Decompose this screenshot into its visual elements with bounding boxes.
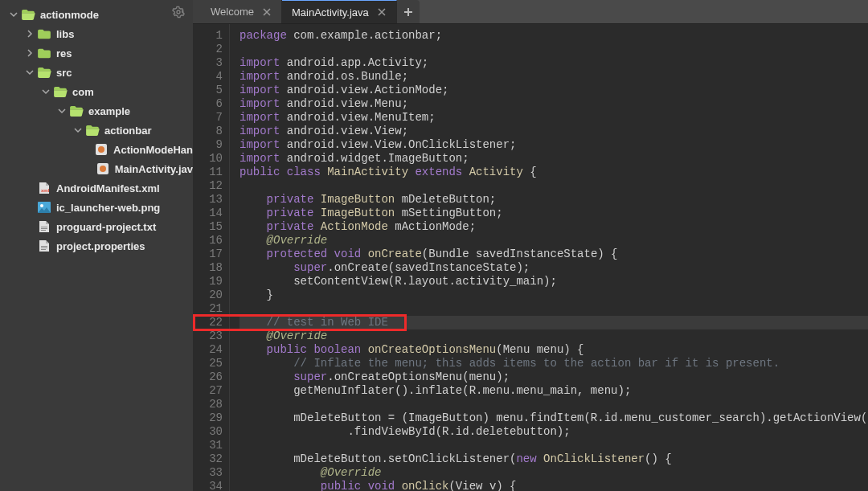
folder-open-icon bbox=[69, 104, 84, 118]
tab-bar: WelcomeMainActivity.java bbox=[193, 0, 868, 24]
tab-close-icon[interactable] bbox=[377, 7, 387, 17]
code-line: @Override bbox=[240, 234, 868, 248]
code-line bbox=[240, 302, 868, 316]
line-number: 8 bbox=[193, 125, 223, 138]
code-line: getMenuInflater().inflate(R.menu.menu_ma… bbox=[240, 384, 868, 398]
tree-item-com[interactable]: com bbox=[0, 82, 193, 101]
tab-mainactivity-java[interactable]: MainActivity.java bbox=[282, 0, 397, 23]
tree-item-label: MainActivity.jav bbox=[115, 163, 193, 175]
line-number: 18 bbox=[193, 261, 223, 275]
code-line bbox=[240, 43, 868, 56]
code-line: private ImageButton mDeleteButton; bbox=[240, 193, 868, 207]
line-number: 13 bbox=[193, 193, 223, 207]
tree-item-actionmodehan[interactable]: ActionModeHan bbox=[0, 140, 193, 159]
line-number: 3 bbox=[193, 56, 223, 70]
line-number: 4 bbox=[193, 70, 223, 84]
tree-item-androidmanifest-xml[interactable]: xmlAndroidManifest.xml bbox=[0, 178, 193, 198]
code-line: import android.view.View; bbox=[240, 125, 868, 138]
line-number: 2 bbox=[193, 43, 223, 56]
project-sidebar: actionmodelibsressrccomexampleactionbarA… bbox=[0, 0, 193, 491]
line-number: 7 bbox=[193, 111, 223, 125]
svg-rect-11 bbox=[41, 246, 47, 247]
line-number: 6 bbox=[193, 97, 223, 111]
code-line: @Override bbox=[240, 329, 868, 343]
tree-item-label: actionmode bbox=[40, 9, 99, 21]
tree-item-libs[interactable]: libs bbox=[0, 24, 193, 43]
tree-item-example[interactable]: example bbox=[0, 101, 193, 121]
line-number: 1 bbox=[193, 29, 223, 43]
tree-item-src[interactable]: src bbox=[0, 63, 193, 82]
file-java-icon bbox=[94, 142, 108, 157]
line-number: 19 bbox=[193, 275, 223, 288]
tree-item-label: example bbox=[88, 105, 130, 117]
tree-item-ic-launcher-web-png[interactable]: ic_launcher-web.png bbox=[0, 198, 193, 217]
tree-item-actionbar[interactable]: actionbar bbox=[0, 121, 193, 140]
line-number: 9 bbox=[193, 138, 223, 152]
file-txt-icon bbox=[37, 239, 51, 253]
svg-text:xml: xml bbox=[41, 188, 50, 193]
code-line: @Override bbox=[240, 466, 868, 480]
gear-icon[interactable] bbox=[172, 6, 185, 18]
line-number: 30 bbox=[193, 425, 223, 439]
folder-icon bbox=[37, 27, 51, 41]
line-number: 24 bbox=[193, 343, 223, 357]
code-line: import android.view.Menu; bbox=[240, 97, 868, 111]
folder-open-icon bbox=[37, 65, 51, 80]
editor-pane: WelcomeMainActivity.java 123456789101112… bbox=[193, 0, 868, 491]
line-number: 5 bbox=[193, 84, 223, 97]
code-line: import android.view.MenuItem; bbox=[240, 111, 868, 125]
code-line: } bbox=[240, 288, 868, 302]
line-number: 31 bbox=[193, 439, 223, 452]
file-java-icon bbox=[96, 162, 110, 176]
svg-rect-12 bbox=[41, 248, 47, 248]
line-gutter: 1234567891011121314151617181920212223242… bbox=[193, 24, 230, 491]
svg-rect-13 bbox=[41, 249, 46, 250]
code-line: mDeleteButton.setOnClickListener(new OnC… bbox=[240, 452, 868, 466]
svg-rect-9 bbox=[41, 228, 47, 229]
folder-icon bbox=[37, 46, 51, 60]
tab-add-button[interactable] bbox=[397, 0, 420, 23]
chevron-down-icon bbox=[58, 107, 66, 115]
line-number: 15 bbox=[193, 220, 223, 234]
code-line: mDeleteButton = (ImageButton) menu.findI… bbox=[240, 411, 868, 425]
chevron-right-icon bbox=[26, 30, 34, 38]
code-line: super.onCreate(savedInstanceState); bbox=[240, 261, 868, 275]
tree-item-actionmode[interactable]: actionmode bbox=[0, 5, 193, 24]
tab-welcome[interactable]: Welcome bbox=[201, 0, 282, 23]
arrow-none bbox=[26, 242, 34, 250]
code-line: super.onCreateOptionsMenu(menu); bbox=[240, 370, 868, 384]
folder-open-icon bbox=[85, 123, 100, 137]
code-content[interactable]: package com.example.actionbar;import and… bbox=[230, 24, 868, 491]
tab-label: Welcome bbox=[211, 6, 254, 18]
line-number: 25 bbox=[193, 357, 223, 370]
tree-item-proguard-project-txt[interactable]: proguard-project.txt bbox=[0, 217, 193, 236]
file-xml-icon: xml bbox=[37, 181, 51, 195]
line-number: 23 bbox=[193, 329, 223, 343]
tree-item-project-properties[interactable]: project.properties bbox=[0, 236, 193, 256]
line-number: 12 bbox=[193, 179, 223, 193]
code-line: public boolean onCreateOptionsMenu(Menu … bbox=[240, 343, 868, 357]
tab-close-icon[interactable] bbox=[262, 7, 272, 17]
code-line: private ImageButton mSettingButton; bbox=[240, 207, 868, 220]
code-line: // Inflate the menu; this adds items to … bbox=[240, 357, 868, 370]
line-number: 10 bbox=[193, 152, 223, 166]
tree-item-label: src bbox=[56, 67, 72, 79]
line-number: 29 bbox=[193, 411, 223, 425]
tree-item-mainactivity-jav[interactable]: MainActivity.jav bbox=[0, 159, 193, 178]
line-number: 11 bbox=[193, 166, 223, 179]
code-line: protected void onCreate(Bundle savedInst… bbox=[240, 248, 868, 261]
tree-item-label: libs bbox=[56, 28, 74, 40]
line-number: 26 bbox=[193, 370, 223, 384]
tree-item-label: com bbox=[72, 86, 94, 98]
chevron-down-icon bbox=[10, 10, 18, 18]
tab-label: MainActivity.java bbox=[292, 6, 369, 18]
line-number: 22 bbox=[193, 316, 223, 329]
code-line: public void onClick(View v) { bbox=[240, 480, 868, 491]
tree-item-res[interactable]: res bbox=[0, 43, 193, 63]
code-area[interactable]: 1234567891011121314151617181920212223242… bbox=[193, 24, 868, 491]
line-number: 16 bbox=[193, 234, 223, 248]
arrow-none bbox=[26, 184, 34, 192]
code-line bbox=[240, 439, 868, 452]
svg-point-4 bbox=[100, 166, 106, 172]
arrow-none bbox=[26, 223, 34, 231]
